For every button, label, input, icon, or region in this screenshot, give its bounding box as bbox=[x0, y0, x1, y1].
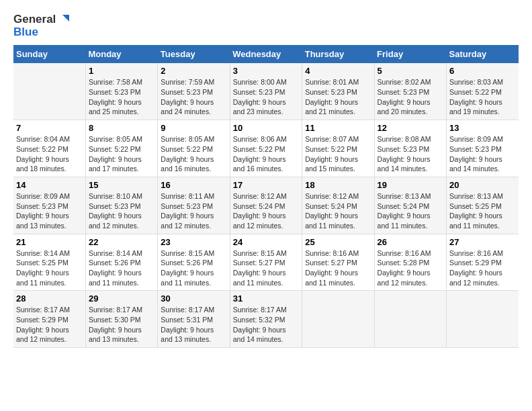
calendar-cell: 30Sunrise: 8:17 AMSunset: 5:31 PMDayligh… bbox=[158, 291, 230, 348]
cell-info: Sunrise: 7:58 AMSunset: 5:23 PMDaylight:… bbox=[89, 78, 142, 116]
calendar-cell: 5Sunrise: 8:02 AMSunset: 5:23 PMDaylight… bbox=[374, 63, 446, 120]
cell-info: Sunrise: 8:14 AMSunset: 5:25 PMDaylight:… bbox=[16, 249, 70, 287]
calendar-cell: 26Sunrise: 8:16 AMSunset: 5:28 PMDayligh… bbox=[374, 234, 446, 291]
calendar-cell bbox=[447, 291, 519, 348]
day-number: 17 bbox=[233, 180, 299, 190]
calendar-cell: 15Sunrise: 8:10 AMSunset: 5:23 PMDayligh… bbox=[85, 177, 157, 234]
calendar-cell: 14Sunrise: 8:09 AMSunset: 5:23 PMDayligh… bbox=[13, 177, 85, 234]
calendar-cell: 6Sunrise: 8:03 AMSunset: 5:22 PMDaylight… bbox=[447, 63, 519, 120]
calendar-cell: 23Sunrise: 8:15 AMSunset: 5:26 PMDayligh… bbox=[158, 234, 230, 291]
cell-info: Sunrise: 8:17 AMSunset: 5:31 PMDaylight:… bbox=[161, 306, 214, 343]
day-number: 18 bbox=[305, 180, 371, 190]
day-number: 30 bbox=[161, 293, 226, 304]
cell-info: Sunrise: 8:09 AMSunset: 5:23 PMDaylight:… bbox=[449, 135, 503, 173]
day-number: 5 bbox=[378, 66, 443, 76]
calendar-cell: 1Sunrise: 7:58 AMSunset: 5:23 PMDaylight… bbox=[85, 63, 157, 120]
header-day-monday: Monday bbox=[85, 45, 157, 63]
day-number: 19 bbox=[378, 180, 443, 190]
cell-info: Sunrise: 8:03 AMSunset: 5:22 PMDaylight:… bbox=[449, 78, 503, 116]
day-number: 9 bbox=[161, 123, 226, 133]
calendar-cell: 27Sunrise: 8:16 AMSunset: 5:29 PMDayligh… bbox=[447, 234, 519, 291]
week-row-2: 7Sunrise: 8:04 AMSunset: 5:22 PMDaylight… bbox=[13, 120, 519, 177]
header-day-wednesday: Wednesday bbox=[230, 45, 302, 63]
calendar-cell: 10Sunrise: 8:06 AMSunset: 5:22 PMDayligh… bbox=[230, 120, 302, 177]
week-row-4: 21Sunrise: 8:14 AMSunset: 5:25 PMDayligh… bbox=[13, 234, 519, 291]
calendar-cell: 20Sunrise: 8:13 AMSunset: 5:25 PMDayligh… bbox=[447, 177, 519, 234]
logo: General Blue bbox=[13, 13, 69, 38]
cell-info: Sunrise: 8:14 AMSunset: 5:26 PMDaylight:… bbox=[89, 249, 142, 287]
cell-info: Sunrise: 8:16 AMSunset: 5:27 PMDaylight:… bbox=[305, 249, 359, 287]
day-number: 14 bbox=[16, 180, 83, 190]
header: General Blue bbox=[13, 13, 519, 38]
day-number: 2 bbox=[161, 66, 226, 76]
header-day-friday: Friday bbox=[374, 45, 446, 63]
day-number: 3 bbox=[233, 66, 299, 76]
header-day-saturday: Saturday bbox=[447, 45, 519, 63]
calendar-cell: 9Sunrise: 8:05 AMSunset: 5:22 PMDaylight… bbox=[158, 120, 230, 177]
day-number: 7 bbox=[16, 123, 83, 133]
cell-info: Sunrise: 8:04 AMSunset: 5:22 PMDaylight:… bbox=[16, 135, 70, 173]
cell-info: Sunrise: 8:02 AMSunset: 5:23 PMDaylight:… bbox=[378, 78, 431, 116]
day-number: 31 bbox=[233, 293, 299, 304]
calendar-cell: 2Sunrise: 7:59 AMSunset: 5:23 PMDaylight… bbox=[158, 63, 230, 120]
cell-info: Sunrise: 8:11 AMSunset: 5:23 PMDaylight:… bbox=[161, 192, 214, 230]
header-day-thursday: Thursday bbox=[302, 45, 374, 63]
day-number: 13 bbox=[449, 123, 516, 133]
calendar-cell: 28Sunrise: 8:17 AMSunset: 5:29 PMDayligh… bbox=[13, 291, 85, 348]
calendar-cell: 8Sunrise: 8:05 AMSunset: 5:22 PMDaylight… bbox=[85, 120, 157, 177]
calendar-cell: 19Sunrise: 8:13 AMSunset: 5:24 PMDayligh… bbox=[374, 177, 446, 234]
cell-info: Sunrise: 8:15 AMSunset: 5:27 PMDaylight:… bbox=[233, 249, 287, 287]
day-number: 27 bbox=[449, 237, 516, 247]
cell-info: Sunrise: 8:17 AMSunset: 5:32 PMDaylight:… bbox=[233, 306, 287, 343]
day-number: 4 bbox=[305, 66, 371, 76]
calendar-cell: 3Sunrise: 8:00 AMSunset: 5:23 PMDaylight… bbox=[230, 63, 302, 120]
day-number: 24 bbox=[233, 237, 299, 247]
cell-info: Sunrise: 8:16 AMSunset: 5:28 PMDaylight:… bbox=[378, 249, 431, 287]
calendar-cell: 12Sunrise: 8:08 AMSunset: 5:23 PMDayligh… bbox=[374, 120, 446, 177]
day-number: 23 bbox=[161, 237, 226, 247]
day-number: 28 bbox=[16, 293, 83, 304]
day-number: 26 bbox=[378, 237, 443, 247]
cell-info: Sunrise: 8:17 AMSunset: 5:29 PMDaylight:… bbox=[16, 306, 70, 343]
day-number: 1 bbox=[89, 66, 154, 76]
cell-info: Sunrise: 8:10 AMSunset: 5:23 PMDaylight:… bbox=[89, 192, 142, 230]
day-number: 25 bbox=[305, 237, 371, 247]
calendar-cell bbox=[374, 291, 446, 348]
calendar-cell: 25Sunrise: 8:16 AMSunset: 5:27 PMDayligh… bbox=[302, 234, 374, 291]
calendar-cell: 29Sunrise: 8:17 AMSunset: 5:30 PMDayligh… bbox=[85, 291, 157, 348]
calendar-cell: 13Sunrise: 8:09 AMSunset: 5:23 PMDayligh… bbox=[447, 120, 519, 177]
header-day-sunday: Sunday bbox=[13, 45, 85, 63]
calendar-cell: 31Sunrise: 8:17 AMSunset: 5:32 PMDayligh… bbox=[230, 291, 302, 348]
day-number: 11 bbox=[305, 123, 371, 133]
week-row-1: 1Sunrise: 7:58 AMSunset: 5:23 PMDaylight… bbox=[13, 63, 519, 120]
header-day-tuesday: Tuesday bbox=[158, 45, 230, 63]
cell-info: Sunrise: 8:13 AMSunset: 5:24 PMDaylight:… bbox=[378, 192, 431, 230]
week-row-3: 14Sunrise: 8:09 AMSunset: 5:23 PMDayligh… bbox=[13, 177, 519, 234]
cell-info: Sunrise: 8:16 AMSunset: 5:29 PMDaylight:… bbox=[449, 249, 503, 287]
calendar-cell: 17Sunrise: 8:12 AMSunset: 5:24 PMDayligh… bbox=[230, 177, 302, 234]
day-number: 16 bbox=[161, 180, 226, 190]
calendar-cell bbox=[302, 291, 374, 348]
logo-arrow-icon bbox=[57, 13, 69, 26]
calendar-cell: 4Sunrise: 8:01 AMSunset: 5:23 PMDaylight… bbox=[302, 63, 374, 120]
cell-info: Sunrise: 8:05 AMSunset: 5:22 PMDaylight:… bbox=[89, 135, 142, 173]
day-number: 15 bbox=[89, 180, 154, 190]
day-number: 8 bbox=[89, 123, 154, 133]
cell-info: Sunrise: 8:15 AMSunset: 5:26 PMDaylight:… bbox=[161, 249, 214, 287]
cell-info: Sunrise: 8:00 AMSunset: 5:23 PMDaylight:… bbox=[233, 78, 287, 116]
cell-info: Sunrise: 8:09 AMSunset: 5:23 PMDaylight:… bbox=[16, 192, 70, 230]
cell-info: Sunrise: 8:08 AMSunset: 5:23 PMDaylight:… bbox=[378, 135, 431, 173]
cell-info: Sunrise: 8:05 AMSunset: 5:22 PMDaylight:… bbox=[161, 135, 214, 173]
calendar-cell: 16Sunrise: 8:11 AMSunset: 5:23 PMDayligh… bbox=[158, 177, 230, 234]
cell-info: Sunrise: 8:17 AMSunset: 5:30 PMDaylight:… bbox=[89, 306, 142, 343]
cell-info: Sunrise: 8:06 AMSunset: 5:22 PMDaylight:… bbox=[233, 135, 287, 173]
calendar-cell: 22Sunrise: 8:14 AMSunset: 5:26 PMDayligh… bbox=[85, 234, 157, 291]
day-number: 6 bbox=[449, 66, 516, 76]
day-number: 20 bbox=[449, 180, 516, 190]
calendar-cell: 7Sunrise: 8:04 AMSunset: 5:22 PMDaylight… bbox=[13, 120, 85, 177]
calendar-cell: 24Sunrise: 8:15 AMSunset: 5:27 PMDayligh… bbox=[230, 234, 302, 291]
cell-info: Sunrise: 8:01 AMSunset: 5:23 PMDaylight:… bbox=[305, 78, 359, 116]
calendar-cell: 18Sunrise: 8:12 AMSunset: 5:24 PMDayligh… bbox=[302, 177, 374, 234]
cell-info: Sunrise: 8:07 AMSunset: 5:22 PMDaylight:… bbox=[305, 135, 359, 173]
day-number: 21 bbox=[16, 237, 83, 247]
